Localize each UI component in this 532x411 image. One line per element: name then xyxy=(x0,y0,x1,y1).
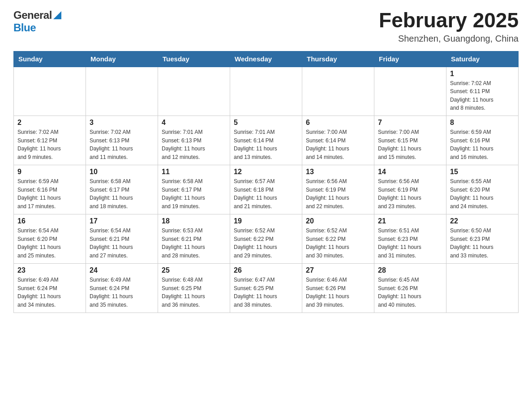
month-year-title: February 2025 xyxy=(379,9,519,32)
day-info: Sunrise: 6:52 AM Sunset: 6:22 PM Dayligh… xyxy=(306,227,370,260)
day-info: Sunrise: 6:59 AM Sunset: 6:16 PM Dayligh… xyxy=(450,128,515,161)
calendar-cell: 24Sunrise: 6:49 AM Sunset: 6:24 PM Dayli… xyxy=(86,264,158,313)
day-number: 22 xyxy=(450,217,515,225)
calendar-cell: 3Sunrise: 7:02 AM Sunset: 6:13 PM Daylig… xyxy=(86,116,158,165)
day-info: Sunrise: 6:59 AM Sunset: 6:16 PM Dayligh… xyxy=(17,177,82,210)
day-info: Sunrise: 6:51 AM Sunset: 6:23 PM Dayligh… xyxy=(378,227,442,260)
calendar-cell: 28Sunrise: 6:45 AM Sunset: 6:26 PM Dayli… xyxy=(374,264,446,313)
calendar-cell: 12Sunrise: 6:57 AM Sunset: 6:18 PM Dayli… xyxy=(230,165,302,214)
calendar-cell: 25Sunrise: 6:48 AM Sunset: 6:25 PM Dayli… xyxy=(158,264,230,313)
day-info: Sunrise: 7:00 AM Sunset: 6:14 PM Dayligh… xyxy=(306,128,370,161)
calendar-cell: 20Sunrise: 6:52 AM Sunset: 6:22 PM Dayli… xyxy=(302,214,374,264)
calendar-cell: 5Sunrise: 7:01 AM Sunset: 6:14 PM Daylig… xyxy=(230,116,302,165)
calendar-cell xyxy=(446,264,519,313)
day-number: 4 xyxy=(162,119,226,127)
calendar-week-row: 9Sunrise: 6:59 AM Sunset: 6:16 PM Daylig… xyxy=(14,165,519,214)
calendar-header-row: SundayMondayTuesdayWednesdayThursdayFrid… xyxy=(14,51,519,67)
calendar-cell: 11Sunrise: 6:58 AM Sunset: 6:17 PM Dayli… xyxy=(158,165,230,214)
calendar-cell: 26Sunrise: 6:47 AM Sunset: 6:25 PM Dayli… xyxy=(230,264,302,313)
calendar-cell: 2Sunrise: 7:02 AM Sunset: 6:12 PM Daylig… xyxy=(14,116,86,165)
calendar-cell: 7Sunrise: 7:00 AM Sunset: 6:15 PM Daylig… xyxy=(374,116,446,165)
day-number: 14 xyxy=(378,168,442,176)
location-subtitle: Shenzhen, Guangdong, China xyxy=(379,34,519,44)
day-number: 19 xyxy=(234,217,298,225)
header-monday: Monday xyxy=(86,51,158,67)
day-number: 6 xyxy=(306,119,370,127)
calendar-cell: 6Sunrise: 7:00 AM Sunset: 6:14 PM Daylig… xyxy=(302,116,374,165)
calendar-cell: 9Sunrise: 6:59 AM Sunset: 6:16 PM Daylig… xyxy=(14,165,86,214)
calendar-week-row: 16Sunrise: 6:54 AM Sunset: 6:20 PM Dayli… xyxy=(14,214,519,264)
day-number: 15 xyxy=(450,168,515,176)
title-area: February 2025 Shenzhen, Guangdong, China xyxy=(379,9,519,44)
day-info: Sunrise: 6:46 AM Sunset: 6:26 PM Dayligh… xyxy=(306,276,370,309)
calendar-cell xyxy=(86,67,158,116)
day-number: 11 xyxy=(162,168,226,176)
calendar-week-row: 23Sunrise: 6:49 AM Sunset: 6:24 PM Dayli… xyxy=(14,264,519,313)
calendar-cell: 27Sunrise: 6:46 AM Sunset: 6:26 PM Dayli… xyxy=(302,264,374,313)
calendar-cell: 17Sunrise: 6:54 AM Sunset: 6:21 PM Dayli… xyxy=(86,214,158,264)
day-info: Sunrise: 6:54 AM Sunset: 6:21 PM Dayligh… xyxy=(90,227,154,260)
calendar-cell xyxy=(230,67,302,116)
day-info: Sunrise: 6:56 AM Sunset: 6:19 PM Dayligh… xyxy=(306,177,370,210)
day-info: Sunrise: 6:57 AM Sunset: 6:18 PM Dayligh… xyxy=(234,177,298,210)
day-info: Sunrise: 6:45 AM Sunset: 6:26 PM Dayligh… xyxy=(378,276,442,309)
day-info: Sunrise: 6:56 AM Sunset: 6:19 PM Dayligh… xyxy=(378,177,442,210)
calendar-cell xyxy=(158,67,230,116)
day-info: Sunrise: 6:58 AM Sunset: 6:17 PM Dayligh… xyxy=(90,177,154,210)
calendar-cell: 18Sunrise: 6:53 AM Sunset: 6:21 PM Dayli… xyxy=(158,214,230,264)
calendar-cell xyxy=(14,67,86,116)
day-number: 27 xyxy=(306,266,370,274)
day-info: Sunrise: 6:53 AM Sunset: 6:21 PM Dayligh… xyxy=(162,227,226,260)
day-number: 25 xyxy=(162,266,226,274)
calendar-cell: 16Sunrise: 6:54 AM Sunset: 6:20 PM Dayli… xyxy=(14,214,86,264)
calendar-cell xyxy=(302,67,374,116)
logo: General Blue xyxy=(13,9,61,34)
day-number: 13 xyxy=(306,168,370,176)
calendar-cell: 23Sunrise: 6:49 AM Sunset: 6:24 PM Dayli… xyxy=(14,264,86,313)
calendar-cell: 14Sunrise: 6:56 AM Sunset: 6:19 PM Dayli… xyxy=(374,165,446,214)
day-number: 26 xyxy=(234,266,298,274)
day-info: Sunrise: 7:02 AM Sunset: 6:11 PM Dayligh… xyxy=(450,79,515,112)
calendar-cell: 19Sunrise: 6:52 AM Sunset: 6:22 PM Dayli… xyxy=(230,214,302,264)
calendar-cell: 10Sunrise: 6:58 AM Sunset: 6:17 PM Dayli… xyxy=(86,165,158,214)
calendar-week-row: 1Sunrise: 7:02 AM Sunset: 6:11 PM Daylig… xyxy=(14,67,519,116)
day-number: 17 xyxy=(90,217,154,225)
calendar-cell xyxy=(374,67,446,116)
day-number: 23 xyxy=(17,266,82,274)
day-info: Sunrise: 6:58 AM Sunset: 6:17 PM Dayligh… xyxy=(162,177,226,210)
calendar-cell: 4Sunrise: 7:01 AM Sunset: 6:13 PM Daylig… xyxy=(158,116,230,165)
day-number: 16 xyxy=(17,217,82,225)
day-number: 10 xyxy=(90,168,154,176)
calendar-cell: 1Sunrise: 7:02 AM Sunset: 6:11 PM Daylig… xyxy=(446,67,519,116)
day-number: 12 xyxy=(234,168,298,176)
day-info: Sunrise: 7:01 AM Sunset: 6:14 PM Dayligh… xyxy=(234,128,298,161)
calendar-table: SundayMondayTuesdayWednesdayThursdayFrid… xyxy=(13,51,519,313)
header: General Blue February 2025 Shenzhen, Gua… xyxy=(13,9,519,44)
calendar-cell: 21Sunrise: 6:51 AM Sunset: 6:23 PM Dayli… xyxy=(374,214,446,264)
day-number: 24 xyxy=(90,266,154,274)
day-info: Sunrise: 7:02 AM Sunset: 6:13 PM Dayligh… xyxy=(90,128,154,161)
day-number: 3 xyxy=(90,119,154,127)
day-number: 18 xyxy=(162,217,226,225)
day-info: Sunrise: 7:01 AM Sunset: 6:13 PM Dayligh… xyxy=(162,128,226,161)
day-number: 5 xyxy=(234,119,298,127)
calendar-cell: 15Sunrise: 6:55 AM Sunset: 6:20 PM Dayli… xyxy=(446,165,519,214)
logo-blue-text: Blue xyxy=(13,21,36,34)
day-info: Sunrise: 6:48 AM Sunset: 6:25 PM Dayligh… xyxy=(162,276,226,309)
calendar-week-row: 2Sunrise: 7:02 AM Sunset: 6:12 PM Daylig… xyxy=(14,116,519,165)
day-number: 8 xyxy=(450,119,515,127)
day-number: 2 xyxy=(17,119,82,127)
header-saturday: Saturday xyxy=(446,51,519,67)
calendar-cell: 13Sunrise: 6:56 AM Sunset: 6:19 PM Dayli… xyxy=(302,165,374,214)
calendar-cell: 22Sunrise: 6:50 AM Sunset: 6:23 PM Dayli… xyxy=(446,214,519,264)
header-wednesday: Wednesday xyxy=(230,51,302,67)
header-tuesday: Tuesday xyxy=(158,51,230,67)
day-info: Sunrise: 6:54 AM Sunset: 6:20 PM Dayligh… xyxy=(17,227,82,260)
day-number: 7 xyxy=(378,119,442,127)
logo-general-text: General xyxy=(13,9,52,21)
day-number: 9 xyxy=(17,168,82,176)
day-number: 28 xyxy=(378,266,442,274)
header-sunday: Sunday xyxy=(14,51,86,67)
day-info: Sunrise: 7:02 AM Sunset: 6:12 PM Dayligh… xyxy=(17,128,82,161)
calendar-cell: 8Sunrise: 6:59 AM Sunset: 6:16 PM Daylig… xyxy=(446,116,519,165)
